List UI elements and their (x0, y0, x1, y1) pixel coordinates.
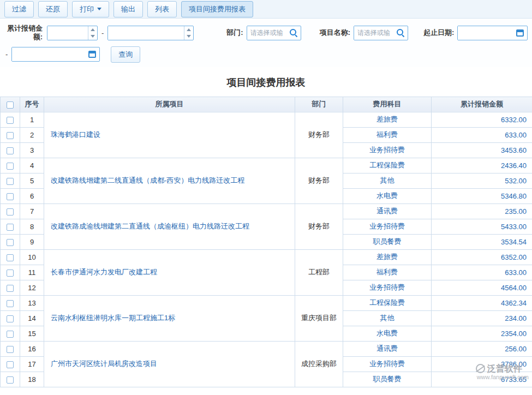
row-checkbox[interactable] (7, 132, 14, 139)
date-start-input[interactable] (458, 26, 515, 40)
expense-subject-cell[interactable]: 差旅费 (343, 249, 432, 265)
row-checkbox-cell (1, 158, 20, 173)
export-button[interactable]: 输出 (113, 1, 143, 17)
expense-subject-cell[interactable]: 水电费 (343, 188, 432, 204)
row-checkbox-cell (1, 249, 20, 265)
row-checkbox[interactable] (7, 376, 14, 384)
row-checkbox[interactable] (7, 315, 14, 322)
amount-cell: 633.00 (432, 265, 532, 280)
expense-subject-cell[interactable]: 业务招待费 (343, 280, 432, 295)
expense-subject-cell[interactable]: 其他 (343, 310, 432, 326)
row-checkbox[interactable] (7, 361, 14, 368)
select-all-checkbox[interactable] (7, 101, 14, 109)
project-cell[interactable]: 珠海鹤港口建设 (44, 112, 295, 158)
amount-cell: 6332.00 (432, 112, 532, 127)
row-checkbox-cell (1, 127, 20, 142)
expense-subject-cell[interactable]: 其他 (343, 173, 432, 188)
row-checkbox-cell (1, 204, 20, 219)
expense-subject-cell[interactable]: 工程保险费 (343, 295, 432, 310)
row-number: 16 (20, 341, 44, 356)
row-checkbox[interactable] (7, 117, 14, 124)
amount-min-stepper (47, 26, 98, 40)
list-button[interactable]: 列表 (147, 1, 177, 17)
department-input[interactable] (247, 26, 288, 40)
project-cell[interactable]: 改建铁路成渝线增建第二直通线（成渝枢纽）电力线路迁改工程 (44, 204, 295, 249)
row-checkbox[interactable] (7, 147, 14, 154)
header-seq: 序号 (20, 97, 44, 112)
amount-max-input[interactable] (108, 26, 184, 40)
department-field (247, 26, 301, 40)
amount-min-input[interactable] (47, 26, 88, 40)
row-checkbox[interactable] (7, 239, 14, 246)
tab-indirect-expense-report[interactable]: 项目间接费用报表 (181, 1, 253, 17)
amount-cell: 2354.00 (432, 326, 532, 341)
restore-button[interactable]: 还原 (38, 1, 68, 17)
expense-subject-cell[interactable]: 工程保险费 (343, 158, 432, 173)
range-separator: - (5, 50, 8, 58)
amount-cell: 235.00 (432, 204, 532, 219)
print-button[interactable]: 打印 (72, 1, 109, 17)
row-checkbox-cell (1, 341, 20, 356)
spinner-down-icon[interactable] (184, 33, 193, 40)
row-checkbox[interactable] (7, 346, 14, 353)
expense-subject-cell[interactable]: 职员餐费 (343, 372, 432, 387)
row-checkbox[interactable] (7, 254, 14, 261)
row-checkbox-cell (1, 188, 20, 204)
expense-subject-cell[interactable]: 职员餐费 (343, 234, 432, 249)
table-row: 16广州市天河区统计局机房改造项目成控采购部通讯费256.00 (1, 341, 532, 356)
expense-subject-cell[interactable]: 业务招待费 (343, 142, 432, 158)
row-checkbox[interactable] (7, 270, 14, 277)
amount-cell: 4564.00 (432, 280, 532, 295)
chevron-down-icon (97, 8, 101, 10)
row-checkbox-cell (1, 326, 20, 341)
search-icon[interactable] (289, 28, 298, 37)
table-row: 13云南水利枢纽潜明水库一期工程施工1标重庆项目部工程保险费4362.34 (1, 295, 532, 310)
row-number: 2 (20, 127, 44, 142)
calendar-icon[interactable] (88, 51, 96, 58)
expense-subject-cell[interactable]: 业务招待费 (343, 356, 432, 372)
department-cell: 重庆项目部 (295, 295, 343, 341)
row-checkbox[interactable] (7, 331, 14, 338)
search-icon[interactable] (396, 28, 405, 37)
row-checkbox[interactable] (7, 193, 14, 200)
expense-subject-cell[interactable]: 业务招待费 (343, 219, 432, 234)
spinner-up-icon[interactable] (184, 26, 193, 33)
row-number: 8 (20, 219, 44, 234)
expense-subject-cell[interactable]: 通讯费 (343, 341, 432, 356)
table-row: 10长春市伊通河水力发电厂改建工程工程部差旅费6352.00 (1, 249, 532, 265)
row-number: 15 (20, 326, 44, 341)
row-checkbox[interactable] (7, 285, 14, 292)
expense-subject-cell[interactable]: 福利费 (343, 127, 432, 142)
expense-subject-cell[interactable]: 福利费 (343, 265, 432, 280)
expense-subject-cell[interactable]: 通讯费 (343, 204, 432, 219)
query-button[interactable]: 查询 (111, 46, 140, 63)
row-checkbox-cell (1, 372, 20, 387)
department-cell: 成控采购部 (295, 341, 343, 387)
row-checkbox[interactable] (7, 300, 14, 307)
row-checkbox[interactable] (7, 208, 14, 216)
amount-cell: 5346.80 (432, 188, 532, 204)
table-row: 7改建铁路成渝线增建第二直通线（成渝枢纽）电力线路迁改工程财务部通讯费235.0… (1, 204, 532, 219)
expense-subject-cell[interactable]: 水电费 (343, 326, 432, 341)
project-cell[interactable]: 长春市伊通河水力发电厂改建工程 (44, 249, 295, 295)
spinner-down-icon[interactable] (88, 33, 97, 40)
row-checkbox[interactable] (7, 163, 14, 170)
table-header-row: 序号 所属项目 部门 费用科目 累计报销金额 (1, 97, 532, 112)
project-name-field (354, 26, 408, 40)
date-end-input[interactable] (12, 47, 87, 61)
row-number: 1 (20, 112, 44, 127)
spinner-up-icon[interactable] (88, 26, 97, 33)
project-name-input[interactable] (354, 26, 395, 40)
row-number: 13 (20, 295, 44, 310)
project-cell[interactable]: 云南水利枢纽潜明水库一期工程施工1标 (44, 295, 295, 341)
row-number: 17 (20, 356, 44, 372)
row-checkbox[interactable] (7, 224, 14, 231)
filter-button[interactable]: 过滤 (4, 1, 34, 17)
calendar-icon[interactable] (516, 29, 524, 37)
report-table: 序号 所属项目 部门 费用科目 累计报销金额 1珠海鹤港口建设财务部差旅费633… (0, 97, 532, 387)
expense-subject-cell[interactable]: 差旅费 (343, 112, 432, 127)
project-cell[interactable]: 广州市天河区统计局机房改造项目 (44, 341, 295, 387)
row-checkbox[interactable] (7, 178, 14, 185)
project-cell[interactable]: 改建铁路线增建第二线直通线（成都-西安）电力线路迁改工程 (44, 158, 295, 204)
amount-cell: 6352.00 (432, 249, 532, 265)
